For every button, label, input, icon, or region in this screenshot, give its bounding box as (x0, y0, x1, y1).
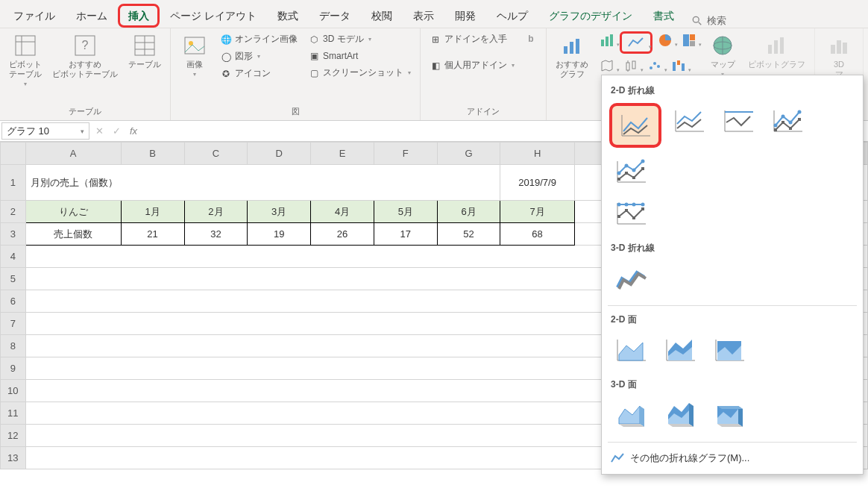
tab-insert[interactable]: 挿入 (118, 4, 160, 28)
row-header[interactable]: 3 (1, 223, 26, 246)
ribbon-group-addins: ⊞アドインを入手 ◧個人用アドイン▾ b アドイン (421, 28, 547, 120)
enter-button[interactable]: ✓ (113, 125, 121, 137)
tab-data[interactable]: データ (309, 4, 361, 28)
row-header[interactable]: 6 (1, 290, 26, 313)
chart-type-area[interactable] (609, 332, 652, 368)
date-cell[interactable]: 2019/7/9 (500, 165, 574, 201)
tab-file[interactable]: ファイル (3, 4, 66, 28)
cell[interactable]: 5月 (374, 201, 437, 223)
tab-home[interactable]: ホーム (66, 4, 118, 28)
chart-type-3d-100-stacked-area[interactable] (708, 397, 751, 433)
my-addins-button[interactable]: ◧個人用アドイン▾ (427, 57, 518, 73)
3d-models-button[interactable]: ⬡3D モデル▾ (305, 31, 414, 47)
tab-format[interactable]: 書式 (643, 4, 685, 28)
column-header[interactable]: G (437, 143, 500, 165)
cell[interactable]: 26 (311, 223, 374, 246)
stats-chart-button[interactable]: ▾ (620, 57, 642, 75)
row-header[interactable]: 10 (1, 380, 26, 402)
insert-function-button[interactable]: fx (130, 125, 137, 137)
tab-pagelayout[interactable]: ページ レイアウト (160, 4, 267, 28)
chart-type-line-markers[interactable] (766, 103, 809, 139)
tab-view[interactable]: 表示 (403, 4, 444, 28)
pivotchart-button[interactable]: ピボットグラフ (745, 31, 808, 71)
smartart-label: SmartArt (323, 51, 358, 61)
pivot-table-button[interactable]: ピボット テーブル ▾ (6, 31, 45, 89)
maps-button[interactable]: マップ ▾ (705, 31, 740, 79)
chart-type-100-stacked-area[interactable] (708, 332, 751, 368)
row-header[interactable]: 4 (1, 246, 26, 268)
tab-chartdesign[interactable]: グラフのデザイン (538, 4, 643, 28)
tab-review[interactable]: 校閲 (361, 4, 403, 28)
tab-developer[interactable]: 開発 (444, 4, 486, 28)
title-cell[interactable]: 月別の売上（個数） (25, 165, 500, 201)
chart-type-3d-line[interactable] (609, 260, 652, 296)
scatter-chart-button[interactable]: ▾ (644, 57, 666, 75)
column-header[interactable]: F (374, 143, 437, 165)
waterfall-chart-button[interactable]: ▾ (667, 57, 690, 75)
chart-type-3d-area[interactable] (609, 397, 652, 433)
pie-chart-button[interactable]: ▾ (654, 31, 676, 49)
online-images-button[interactable]: 🌐オンライン画像 (217, 31, 301, 47)
cell[interactable]: 1月 (121, 201, 184, 223)
chart-type-100-stacked-line-markers[interactable] (609, 196, 652, 231)
name-box[interactable]: グラフ 10 ▾ (1, 122, 89, 140)
cell[interactable]: 19 (248, 223, 311, 246)
tab-help[interactable]: ヘルプ (486, 4, 538, 28)
column-header[interactable]: E (311, 143, 374, 165)
row-header[interactable]: 1 (1, 165, 26, 201)
column-header[interactable]: B (121, 143, 184, 165)
bing-maps-button[interactable]: b (522, 31, 540, 46)
cell[interactable]: りんご (25, 201, 121, 223)
icons-button[interactable]: ✪アイコン (217, 66, 301, 81)
column-header[interactable]: C (184, 143, 248, 165)
tab-formulas[interactable]: 数式 (267, 4, 309, 28)
row-header[interactable]: 11 (1, 402, 26, 425)
row-header[interactable]: 5 (1, 268, 26, 290)
column-header[interactable]: D (248, 143, 311, 165)
cell[interactable]: 2月 (184, 201, 248, 223)
get-addins-button[interactable]: ⊞アドインを入手 (427, 31, 518, 47)
table-button[interactable]: テーブル (125, 31, 164, 71)
search-box[interactable]: 検索 (692, 14, 726, 28)
cell[interactable]: 7月 (500, 201, 574, 223)
select-all-corner[interactable] (1, 143, 26, 165)
cell[interactable]: 21 (121, 223, 184, 246)
recommended-charts-button[interactable]: おすすめ グラフ (553, 31, 591, 81)
row-header[interactable]: 8 (1, 335, 26, 357)
smartart-button[interactable]: ▣SmartArt (305, 49, 414, 63)
cell[interactable]: 4月 (311, 201, 374, 223)
cell[interactable]: 3月 (248, 201, 311, 223)
cell[interactable]: 68 (500, 223, 574, 246)
shapes-button[interactable]: ◯図形▾ (217, 49, 301, 64)
row-header[interactable]: 13 (1, 447, 26, 469)
chart-type-3d-stacked-area[interactable] (658, 397, 702, 433)
cell[interactable]: 17 (374, 223, 437, 246)
cell[interactable]: 32 (184, 223, 248, 246)
svg-point-29 (657, 65, 660, 68)
cell[interactable]: 6月 (437, 201, 500, 223)
cancel-button[interactable]: ✕ (95, 125, 104, 137)
chart-type-stacked-line[interactable] (667, 103, 711, 139)
column-header[interactable]: H (500, 143, 574, 165)
cell[interactable]: 売上個数 (25, 223, 121, 246)
treemap-button[interactable]: ▾ (678, 31, 700, 49)
column-chart-button[interactable]: ▾ (596, 31, 618, 49)
cell[interactable]: 52 (437, 223, 500, 246)
recommended-pivot-button[interactable]: ? おすすめ ピボットテーブル (49, 31, 121, 81)
row-header[interactable]: 12 (1, 425, 26, 447)
treemap-icon (682, 34, 696, 47)
chart-type-100-stacked-line[interactable] (717, 103, 760, 139)
3d-map-button[interactable]: 3D マ (821, 31, 857, 81)
line-chart-button[interactable]: ▾ (620, 31, 652, 54)
map-chart-button[interactable]: ▾ (596, 57, 618, 75)
column-header[interactable]: A (25, 143, 121, 165)
row-header[interactable]: 2 (1, 201, 26, 223)
chart-type-stacked-area[interactable] (658, 332, 702, 368)
pictures-button[interactable]: 画像 ▾ (177, 31, 213, 79)
screenshot-button[interactable]: ▢スクリーンショット▾ (305, 65, 414, 81)
more-line-charts-button[interactable]: その他の折れ線グラフ(M)... (608, 446, 857, 471)
chart-type-line[interactable] (609, 103, 661, 148)
row-header[interactable]: 9 (1, 357, 26, 380)
chart-type-stacked-line-markers[interactable] (609, 154, 652, 190)
row-header[interactable]: 7 (1, 313, 26, 335)
